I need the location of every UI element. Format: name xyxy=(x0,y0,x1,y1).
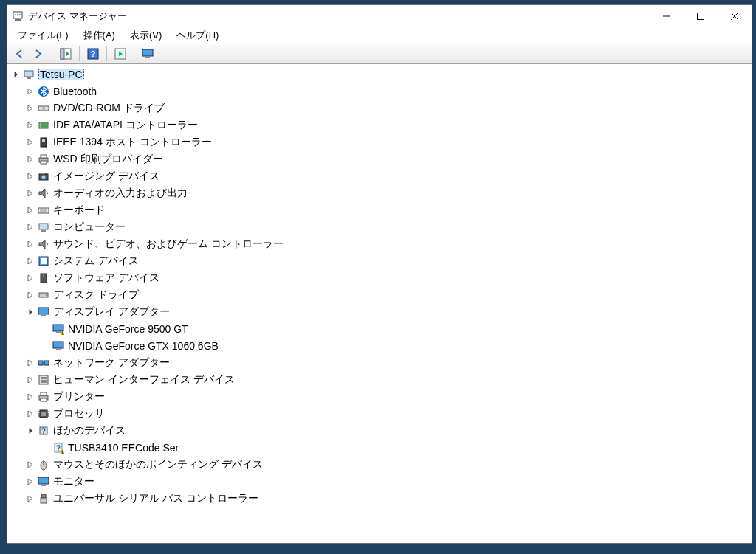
close-button[interactable] xyxy=(718,5,752,27)
svg-rect-57 xyxy=(38,361,43,365)
chevron-down-icon[interactable] xyxy=(25,426,35,436)
menu-action[interactable]: 操作(A) xyxy=(76,27,123,44)
tree-node[interactable]: ユニバーサル シリアル バス コントローラー xyxy=(25,490,752,507)
tree-node[interactable]: ディスプレイ アダプター xyxy=(25,303,752,320)
monitor-button[interactable] xyxy=(139,46,157,62)
chevron-right-icon[interactable] xyxy=(25,239,35,249)
help-button[interactable]: ? xyxy=(84,46,102,62)
tree-node[interactable]: ネットワーク アダプター xyxy=(25,354,752,371)
chevron-right-icon[interactable] xyxy=(25,86,35,97)
tree-node[interactable]: プロセッサ xyxy=(25,405,752,422)
mouse-icon xyxy=(37,458,50,471)
tree-node[interactable]: NVIDIA GeForce GTX 1060 6GB xyxy=(40,337,752,354)
tree-node[interactable]: イメージング デバイス xyxy=(25,167,752,184)
tree-node[interactable]: オーディオの入力および出力 xyxy=(25,184,752,201)
tree-node[interactable]: ?ほかのデバイス xyxy=(25,422,752,439)
chevron-right-icon[interactable] xyxy=(25,460,35,470)
tree-node[interactable]: ディスク ドライブ xyxy=(25,286,752,303)
tree-node-label: ネットワーク アダプター xyxy=(53,356,170,370)
chevron-right-icon[interactable] xyxy=(25,477,35,487)
svg-marker-36 xyxy=(39,189,45,198)
tree-node[interactable]: コンピューター xyxy=(25,218,752,235)
sound-video-icon xyxy=(37,238,50,251)
maximize-button[interactable] xyxy=(684,5,718,27)
tree-node[interactable]: ?!TUSB3410 EECode Ser xyxy=(40,439,752,456)
svg-rect-41 xyxy=(41,230,46,232)
display-adapter-icon xyxy=(52,339,65,353)
svg-rect-31 xyxy=(41,155,47,158)
svg-point-2 xyxy=(15,14,16,15)
tree-node[interactable]: Tetsu-PC xyxy=(10,66,752,83)
tree-node[interactable]: Bluetooth xyxy=(25,83,752,100)
menu-view[interactable]: 表示(V) xyxy=(123,27,169,44)
tree-node-label: TUSB3410 EECode Ser xyxy=(68,442,179,454)
scan-hardware-button[interactable] xyxy=(111,46,129,62)
back-button[interactable] xyxy=(10,46,28,62)
tree-node-label: マウスとそのほかのポインティング デバイス xyxy=(53,458,263,471)
tree-node[interactable]: !NVIDIA GeForce 9500 GT xyxy=(40,320,752,337)
svg-rect-19 xyxy=(24,71,33,77)
menu-file[interactable]: ファイル(F) xyxy=(10,27,76,44)
svg-rect-44 xyxy=(41,258,47,264)
chevron-right-icon[interactable] xyxy=(25,103,35,114)
chevron-right-icon[interactable] xyxy=(25,137,35,148)
app-icon xyxy=(12,10,24,22)
svg-rect-65 xyxy=(41,392,47,395)
svg-rect-52 xyxy=(56,332,61,333)
titlebar[interactable]: デバイス マネージャー xyxy=(7,5,752,27)
tree-node[interactable]: システム デバイス xyxy=(25,252,752,269)
unknown-device-icon: ?! xyxy=(52,441,65,454)
chevron-right-icon[interactable] xyxy=(25,290,35,300)
chevron-right-icon[interactable] xyxy=(25,171,35,181)
tree-node[interactable]: IEEE 1394 ホスト コントローラー xyxy=(25,134,752,150)
device-tree-pane[interactable]: Tetsu-PCBluetoothDVD/CD-ROM ドライブIDE ATA/… xyxy=(7,64,752,543)
tree-node[interactable]: サウンド、ビデオ、およびゲーム コントローラー xyxy=(25,235,752,252)
menu-help[interactable]: ヘルプ(H) xyxy=(169,27,226,44)
usb-controller-icon xyxy=(37,492,50,505)
toolbar-separator xyxy=(106,46,107,61)
chevron-right-icon[interactable] xyxy=(25,188,35,198)
chevron-right-icon[interactable] xyxy=(25,256,35,266)
svg-text:?: ? xyxy=(91,49,96,58)
chevron-right-icon[interactable] xyxy=(25,494,35,504)
svg-rect-20 xyxy=(27,77,31,79)
tree-node-label: プリンター xyxy=(53,390,105,404)
imaging-device-icon xyxy=(37,170,50,183)
tree-node-label: キーボード xyxy=(53,204,105,217)
chevron-down-icon[interactable] xyxy=(25,307,35,317)
tree-node-label: ソフトウェア デバイス xyxy=(53,271,159,285)
tree-node[interactable]: プリンター xyxy=(25,388,752,405)
chevron-down-icon[interactable] xyxy=(10,69,21,80)
tree-node[interactable]: マウスとそのほかのポインティング デバイス xyxy=(25,456,752,473)
tree-node[interactable]: DVD/CD-ROM ドライブ xyxy=(25,100,752,117)
tree-node-label: DVD/CD-ROM ドライブ xyxy=(53,102,165,115)
network-adapter-icon xyxy=(37,356,50,370)
forward-button[interactable] xyxy=(30,46,47,62)
chevron-right-icon[interactable] xyxy=(25,375,35,385)
svg-rect-62 xyxy=(44,377,47,379)
svg-text:?: ? xyxy=(41,427,46,435)
chevron-right-icon[interactable] xyxy=(25,273,35,283)
tree-node[interactable]: キーボード xyxy=(25,201,752,218)
chevron-right-icon[interactable] xyxy=(25,392,35,402)
chevron-right-icon[interactable] xyxy=(25,222,35,232)
tree-node-label: Bluetooth xyxy=(53,86,97,97)
chevron-none-icon xyxy=(40,324,50,334)
chevron-right-icon[interactable] xyxy=(25,154,35,165)
tree-node-label: NVIDIA GeForce GTX 1060 6GB xyxy=(68,340,219,352)
svg-point-3 xyxy=(17,14,18,15)
chevron-right-icon[interactable] xyxy=(25,205,35,215)
tree-node[interactable]: IDE ATA/ATAPI コントローラー xyxy=(25,117,752,134)
chevron-right-icon[interactable] xyxy=(25,358,35,368)
tree-node-label: システム デバイス xyxy=(53,255,139,268)
show-hide-tree-button[interactable] xyxy=(57,46,75,62)
computer-icon xyxy=(37,221,50,234)
tree-node[interactable]: モニター xyxy=(25,473,752,490)
tree-node[interactable]: ソフトウェア デバイス xyxy=(25,269,752,286)
minimize-button[interactable] xyxy=(650,5,684,27)
tree-node-label: ユニバーサル シリアル バス コントローラー xyxy=(53,492,258,505)
tree-node[interactable]: WSD 印刷プロバイダー xyxy=(25,150,752,167)
tree-node[interactable]: ヒューマン インターフェイス デバイス xyxy=(25,371,752,388)
chevron-right-icon[interactable] xyxy=(25,409,35,419)
chevron-right-icon[interactable] xyxy=(25,120,35,131)
